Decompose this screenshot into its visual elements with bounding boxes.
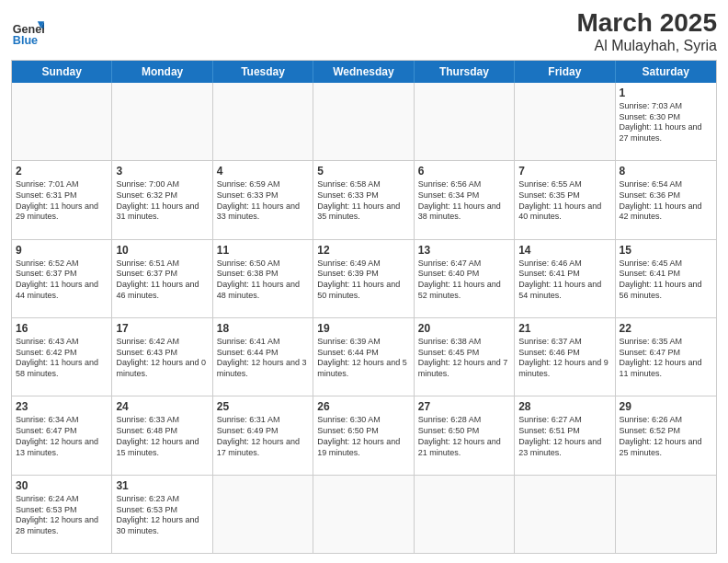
cell-2-4: 13Sunrise: 6:47 AMSunset: 6:40 PMDayligh…: [415, 240, 515, 317]
cell-4-3: 26Sunrise: 6:30 AMSunset: 6:50 PMDayligh…: [313, 396, 414, 474]
week-row-1: 2Sunrise: 7:01 AMSunset: 6:31 PMDaylight…: [12, 160, 716, 238]
cell-info-7: Sunrise: 6:55 AMSunset: 6:35 PMDaylight:…: [518, 179, 610, 223]
day-number-8: 8: [620, 164, 712, 178]
day-number-28: 28: [518, 399, 610, 414]
cell-info-14: Sunrise: 6:46 AMSunset: 6:41 PMDaylight:…: [518, 259, 610, 302]
day-number-21: 21: [518, 321, 610, 336]
cell-info-24: Sunrise: 6:33 AMSunset: 6:48 PMDaylight:…: [116, 415, 208, 458]
day-number-10: 10: [116, 243, 208, 258]
cell-4-6: 29Sunrise: 6:26 AMSunset: 6:52 PMDayligh…: [616, 396, 716, 474]
day-number-4: 4: [217, 164, 309, 178]
cell-info-8: Sunrise: 6:54 AMSunset: 6:36 PMDaylight:…: [620, 179, 712, 223]
day-number-16: 16: [16, 321, 108, 336]
day-number-17: 17: [116, 321, 208, 336]
cell-1-0: 2Sunrise: 7:01 AMSunset: 6:31 PMDaylight…: [12, 161, 112, 238]
header-sunday: Sunday: [12, 61, 112, 83]
cell-2-3: 12Sunrise: 6:49 AMSunset: 6:39 PMDayligh…: [313, 240, 414, 317]
cell-info-4: Sunrise: 6:59 AMSunset: 6:33 PMDaylight:…: [217, 179, 309, 223]
cell-4-4: 27Sunrise: 6:28 AMSunset: 6:50 PMDayligh…: [415, 396, 515, 474]
cell-info-25: Sunrise: 6:31 AMSunset: 6:49 PMDaylight:…: [217, 415, 309, 458]
cell-info-16: Sunrise: 6:43 AMSunset: 6:42 PMDaylight:…: [16, 337, 108, 380]
cell-3-2: 18Sunrise: 6:41 AMSunset: 6:44 PMDayligh…: [213, 318, 313, 396]
cell-0-4: [415, 83, 515, 160]
cell-info-21: Sunrise: 6:37 AMSunset: 6:46 PMDaylight:…: [518, 337, 610, 380]
cell-1-1: 3Sunrise: 7:00 AMSunset: 6:32 PMDaylight…: [112, 161, 212, 238]
day-number-6: 6: [418, 164, 510, 178]
day-number-18: 18: [217, 321, 309, 336]
cell-0-5: [515, 83, 615, 160]
day-number-7: 7: [518, 164, 610, 178]
day-number-11: 11: [217, 243, 309, 258]
cell-5-0: 30Sunrise: 6:24 AMSunset: 6:53 PMDayligh…: [12, 476, 112, 553]
header-friday: Friday: [515, 61, 615, 83]
cell-3-0: 16Sunrise: 6:43 AMSunset: 6:42 PMDayligh…: [12, 318, 112, 396]
cell-5-4: [415, 476, 515, 553]
cell-5-5: [515, 476, 615, 553]
day-number-19: 19: [317, 321, 409, 336]
cell-1-5: 7Sunrise: 6:55 AMSunset: 6:35 PMDaylight…: [515, 161, 615, 238]
day-number-5: 5: [317, 164, 409, 178]
cell-2-2: 11Sunrise: 6:50 AMSunset: 6:38 PMDayligh…: [213, 240, 313, 317]
day-number-20: 20: [418, 321, 510, 336]
cell-0-2: [213, 83, 313, 160]
day-number-31: 31: [116, 478, 208, 493]
cell-4-0: 23Sunrise: 6:34 AMSunset: 6:47 PMDayligh…: [12, 396, 112, 474]
cell-info-31: Sunrise: 6:23 AMSunset: 6:53 PMDaylight:…: [116, 494, 208, 537]
header-tuesday: Tuesday: [213, 61, 313, 83]
calendar: Sunday Monday Tuesday Wednesday Thursday…: [11, 60, 717, 554]
cell-info-29: Sunrise: 6:26 AMSunset: 6:52 PMDaylight:…: [620, 415, 712, 458]
title-block: March 2025 Al Mulayhah, Syria: [576, 9, 717, 54]
cell-3-1: 17Sunrise: 6:42 AMSunset: 6:43 PMDayligh…: [112, 318, 212, 396]
day-number-24: 24: [116, 399, 208, 414]
week-row-0: 1Sunrise: 7:03 AMSunset: 6:30 PMDaylight…: [12, 83, 716, 160]
cell-info-30: Sunrise: 6:24 AMSunset: 6:53 PMDaylight:…: [16, 494, 108, 537]
header-monday: Monday: [112, 61, 212, 83]
cell-2-5: 14Sunrise: 6:46 AMSunset: 6:41 PMDayligh…: [515, 240, 615, 317]
cell-5-3: [313, 476, 414, 553]
header: General Blue March 2025 Al Mulayhah, Syr…: [11, 9, 717, 54]
day-number-23: 23: [16, 399, 108, 414]
day-number-12: 12: [317, 243, 409, 258]
cell-1-6: 8Sunrise: 6:54 AMSunset: 6:36 PMDaylight…: [616, 161, 716, 238]
cell-3-4: 20Sunrise: 6:38 AMSunset: 6:45 PMDayligh…: [415, 318, 515, 396]
cell-info-10: Sunrise: 6:51 AMSunset: 6:37 PMDaylight:…: [116, 259, 208, 302]
day-number-2: 2: [16, 164, 108, 178]
cell-info-11: Sunrise: 6:50 AMSunset: 6:38 PMDaylight:…: [217, 259, 309, 302]
week-row-5: 30Sunrise: 6:24 AMSunset: 6:53 PMDayligh…: [12, 475, 716, 553]
cell-info-17: Sunrise: 6:42 AMSunset: 6:43 PMDaylight:…: [116, 337, 208, 380]
cell-3-5: 21Sunrise: 6:37 AMSunset: 6:46 PMDayligh…: [515, 318, 615, 396]
day-number-29: 29: [620, 399, 712, 414]
cell-2-1: 10Sunrise: 6:51 AMSunset: 6:37 PMDayligh…: [112, 240, 212, 317]
cell-info-1: Sunrise: 7:03 AMSunset: 6:30 PMDaylight:…: [620, 101, 712, 144]
cell-info-26: Sunrise: 6:30 AMSunset: 6:50 PMDaylight:…: [317, 415, 409, 458]
day-number-13: 13: [418, 243, 510, 258]
cell-0-6: 1Sunrise: 7:03 AMSunset: 6:30 PMDaylight…: [616, 83, 716, 160]
day-number-9: 9: [16, 243, 108, 258]
cell-3-6: 22Sunrise: 6:35 AMSunset: 6:47 PMDayligh…: [616, 318, 716, 396]
cell-info-22: Sunrise: 6:35 AMSunset: 6:47 PMDaylight:…: [620, 337, 712, 380]
logo: General Blue: [11, 15, 44, 48]
day-number-3: 3: [116, 164, 208, 178]
cell-info-2: Sunrise: 7:01 AMSunset: 6:31 PMDaylight:…: [16, 179, 108, 223]
cell-4-5: 28Sunrise: 6:27 AMSunset: 6:51 PMDayligh…: [515, 396, 615, 474]
day-number-25: 25: [217, 399, 309, 414]
cell-0-0: [12, 83, 112, 160]
cell-1-4: 6Sunrise: 6:56 AMSunset: 6:34 PMDaylight…: [415, 161, 515, 238]
cell-5-2: [213, 476, 313, 553]
calendar-title: March 2025: [576, 9, 717, 38]
cell-info-18: Sunrise: 6:41 AMSunset: 6:44 PMDaylight:…: [217, 337, 309, 380]
day-number-15: 15: [620, 243, 712, 258]
day-number-22: 22: [620, 321, 712, 336]
day-number-26: 26: [317, 399, 409, 414]
calendar-header: Sunday Monday Tuesday Wednesday Thursday…: [12, 61, 716, 83]
calendar-subtitle: Al Mulayhah, Syria: [576, 38, 717, 54]
cell-1-3: 5Sunrise: 6:58 AMSunset: 6:33 PMDaylight…: [313, 161, 414, 238]
cell-4-1: 24Sunrise: 6:33 AMSunset: 6:48 PMDayligh…: [112, 396, 212, 474]
svg-text:Blue: Blue: [13, 35, 38, 48]
header-wednesday: Wednesday: [313, 61, 414, 83]
week-row-2: 9Sunrise: 6:52 AMSunset: 6:37 PMDaylight…: [12, 239, 716, 317]
cell-info-13: Sunrise: 6:47 AMSunset: 6:40 PMDaylight:…: [418, 259, 510, 302]
cell-info-5: Sunrise: 6:58 AMSunset: 6:33 PMDaylight:…: [317, 179, 409, 223]
cell-info-12: Sunrise: 6:49 AMSunset: 6:39 PMDaylight:…: [317, 259, 409, 302]
cell-info-3: Sunrise: 7:00 AMSunset: 6:32 PMDaylight:…: [116, 179, 208, 223]
